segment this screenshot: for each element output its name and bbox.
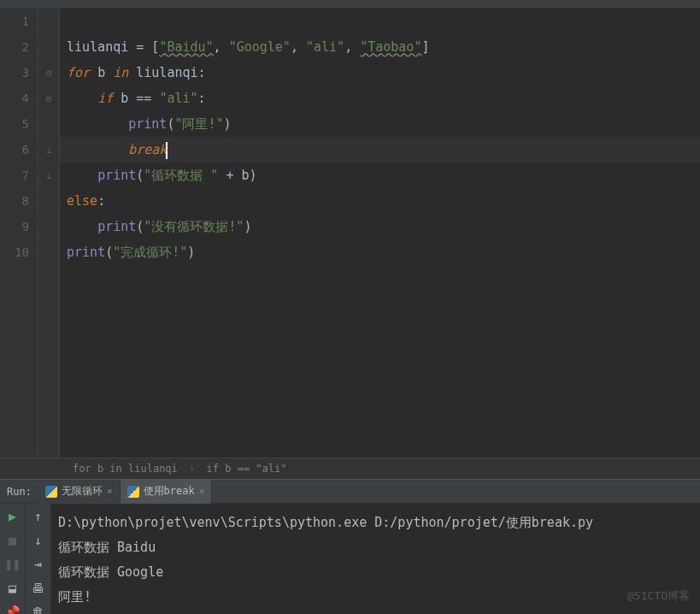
code-line-4: if b == "ali": [60, 86, 700, 111]
line-number: 4 [0, 86, 29, 111]
console-output[interactable]: D:\python\projet\venv\Scripts\python.exe… [51, 504, 700, 614]
code-line-5: print("阿里!") [60, 111, 700, 137]
watermark: @51CTO博客 [627, 588, 690, 604]
fold-gutter: ⊟ ⊟ ⊥ ⊥ [38, 9, 60, 458]
fold-end-icon: ⊥ [38, 137, 59, 162]
line-number: 8 [0, 188, 29, 214]
fold-end-icon: ⊥ [38, 162, 59, 188]
fold-icon[interactable]: ⊟ [38, 60, 59, 86]
close-icon[interactable]: × [107, 486, 113, 497]
line-number: 1 [0, 9, 29, 34]
play-icon[interactable]: ▶ [4, 508, 21, 525]
line-number: 3 [0, 60, 29, 86]
code-line-8: else: [60, 188, 700, 214]
caret [166, 142, 168, 159]
trash-icon[interactable]: 🗑 [30, 604, 47, 614]
breadcrumb[interactable]: for b in liulanqi › if b == "ali" [0, 458, 700, 479]
code-area[interactable]: liulanqi = ["Baidu", "Google", "ali", "T… [60, 9, 700, 458]
run-panel: Run: 无限循环 × 使用break × ▶ ■ ❚❚ ⬓ 📌 ↑ ↓ ⇥ 🖶… [0, 479, 700, 614]
code-line-10: print("完成循环!") [60, 239, 700, 265]
code-line-9: print("没有循环数据!") [60, 214, 700, 239]
pin-icon[interactable]: 📌 [4, 604, 21, 614]
python-icon [127, 486, 139, 498]
console-line: 循环数据 Google [58, 560, 693, 585]
run-toolbar-left: ▶ ■ ❚❚ ⬓ 📌 [0, 504, 26, 614]
line-number: 6 [0, 137, 29, 162]
code-line-6: break [60, 137, 700, 162]
run-tab-use-break[interactable]: 使用break × [121, 480, 213, 504]
code-line-2: liulanqi = ["Baidu", "Google", "ali", "T… [60, 34, 700, 60]
pause-icon[interactable]: ❚❚ [4, 556, 21, 573]
tab-label: 使用break [144, 484, 195, 499]
breadcrumb-item[interactable]: for b in liulanqi [73, 463, 178, 475]
wrap-icon[interactable]: ⇥ [30, 556, 47, 573]
tab-label: 无限循环 [62, 484, 103, 499]
code-line-3: for b in liulanqi: [60, 60, 700, 86]
layout-icon[interactable]: ⬓ [4, 580, 21, 597]
console-line: 阿里! [58, 585, 693, 610]
console-line: 循环数据 Baidu [58, 535, 693, 560]
stop-icon[interactable]: ■ [4, 532, 21, 549]
console-line: 完成循环! [58, 610, 693, 614]
editor-area: 1 2 3 4 5 6 7 8 9 10 ⊟ ⊟ ⊥ ⊥ liulanqi = … [0, 9, 700, 458]
chevron-right-icon: › [184, 463, 200, 475]
run-header: Run: 无限循环 × 使用break × [0, 480, 700, 504]
line-number: 5 [0, 111, 29, 137]
line-number: 2 [0, 34, 29, 60]
python-icon [45, 486, 57, 498]
line-number-gutter: 1 2 3 4 5 6 7 8 9 10 [0, 9, 38, 458]
line-number: 10 [0, 239, 29, 265]
run-tab-infinite-loop[interactable]: 无限循环 × [38, 480, 121, 504]
down-arrow-icon[interactable]: ↓ [30, 532, 47, 549]
fold-icon[interactable]: ⊟ [38, 86, 59, 111]
code-line-1 [60, 9, 700, 34]
toolbar-strip [0, 0, 700, 9]
breadcrumb-item[interactable]: if b == "ali" [207, 463, 287, 475]
code-line-7: print("循环数据 " + b) [60, 162, 700, 188]
run-label: Run: [0, 486, 38, 498]
run-toolbar-right: ↑ ↓ ⇥ 🖶 🗑 [26, 504, 51, 614]
close-icon[interactable]: × [199, 486, 205, 497]
line-number: 7 [0, 162, 29, 188]
up-arrow-icon[interactable]: ↑ [30, 508, 47, 525]
line-number: 9 [0, 214, 29, 239]
print-icon[interactable]: 🖶 [30, 580, 47, 597]
console-line: D:\python\projet\venv\Scripts\python.exe… [58, 511, 693, 535]
